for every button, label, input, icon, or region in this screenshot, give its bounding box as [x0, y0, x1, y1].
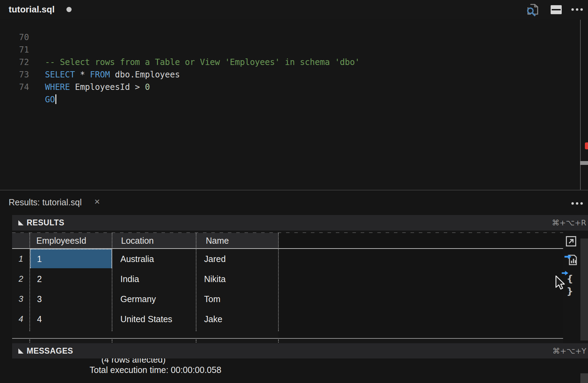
column-separator[interactable] — [196, 233, 196, 331]
row-number[interactable]: 4 — [12, 309, 30, 329]
grid-scrollbar[interactable] — [580, 239, 588, 340]
line-number: 74 — [0, 81, 29, 93]
cell-name[interactable]: Tom — [204, 289, 220, 309]
editor-scrollbar-handle[interactable] — [580, 161, 588, 165]
mouse-cursor — [555, 275, 566, 291]
panel-more-actions-icon[interactable] — [571, 202, 583, 205]
column-separator[interactable] — [112, 233, 112, 331]
cell-location[interactable]: Germany — [120, 289, 156, 309]
code-line-74: 74 GO — [0, 68, 574, 81]
table-row[interactable]: 4 4 United States Jake — [12, 309, 563, 329]
chart-icon — [564, 254, 578, 266]
scrollbar-corner[interactable] — [580, 373, 588, 383]
dot — [580, 8, 583, 11]
messages-shortcut: ⌘+⌥+Y — [552, 343, 586, 359]
split-editor-icon[interactable] — [551, 5, 562, 14]
selected-cell[interactable] — [30, 249, 112, 268]
maximize-icon — [565, 235, 577, 247]
row-number[interactable]: 2 — [12, 269, 30, 289]
cell-location[interactable]: India — [120, 269, 139, 289]
cell-employeesid[interactable]: 1 — [37, 249, 42, 269]
messages-section-label: MESSAGES — [27, 343, 73, 359]
code-line-73: 73 WHERE EmployeesId > 0 — [0, 56, 574, 68]
overview-ruler-marker — [585, 142, 588, 149]
file-tab-title[interactable]: tutorial.sql — [9, 0, 55, 19]
cell-name[interactable]: Nikita — [204, 269, 226, 289]
editor-code-area[interactable]: 70 71 -- Select rows from a Table or Vie… — [0, 19, 574, 189]
dot — [571, 8, 574, 11]
code-line-71: 71 -- Select rows from a Table or View '… — [0, 31, 574, 44]
row-number[interactable]: 3 — [12, 289, 30, 309]
cell-name[interactable]: Jake — [204, 309, 222, 329]
table-row[interactable]: 3 3 Germany Tom — [12, 289, 563, 309]
column-separator[interactable] — [29, 233, 30, 331]
results-section-header[interactable]: RESULTS ⌘+⌥+R — [12, 215, 588, 231]
sql-keyword: GO — [45, 95, 55, 104]
more-actions-icon[interactable] — [571, 8, 583, 11]
json-braces-icon: { } — [567, 272, 580, 297]
column-separator[interactable] — [278, 233, 279, 331]
collapse-triangle-icon[interactable] — [18, 348, 24, 354]
table-row[interactable]: 2 2 India Nikita — [12, 269, 563, 289]
dot — [580, 202, 583, 205]
editor-tab-bar: tutorial.sql — [0, 0, 588, 19]
results-section-label: RESULTS — [27, 215, 64, 231]
column-header-employeesid[interactable]: EmployeesId — [36, 233, 86, 248]
open-preview-icon[interactable] — [524, 3, 540, 17]
dot — [571, 202, 574, 205]
execution-time-message: Total execution time: 00:00:00.058 — [90, 365, 221, 375]
code-line-70: 70 — [0, 19, 574, 31]
cell-name[interactable]: Jared — [204, 249, 226, 269]
maximize-grid-button[interactable] — [565, 235, 577, 249]
cell-employeesid[interactable]: 4 — [37, 309, 42, 329]
results-grid: EmployeesId Location Name 1 1 Australia … — [12, 232, 563, 345]
close-icon[interactable]: ✕ — [94, 198, 100, 206]
results-tab[interactable]: Results: tutorial.sql — [9, 197, 82, 207]
cell-employeesid[interactable]: 3 — [37, 289, 42, 309]
row-number[interactable]: 1 — [12, 249, 30, 269]
collapse-triangle-icon[interactable] — [18, 220, 24, 225]
split-divider — [552, 9, 561, 10]
messages-section-header[interactable]: MESSAGES ⌘+⌥+Y — [12, 343, 588, 358]
cell-location[interactable]: Australia — [120, 249, 154, 269]
column-header-location[interactable]: Location — [121, 233, 154, 248]
sql-keyword: WHERE — [45, 82, 70, 92]
file-search-icon — [525, 3, 540, 17]
text-cursor-caret — [55, 94, 56, 104]
app-window: tutorial.sql 70 71 -- Select rows from a… — [0, 0, 588, 383]
column-header-name[interactable]: Name — [206, 233, 229, 248]
code-line-72: 72 SELECT * FROM dbo.Employees — [0, 44, 574, 56]
table-row[interactable]: 1 1 Australia Jared — [12, 249, 563, 269]
cell-employeesid[interactable]: 2 — [37, 269, 42, 289]
sql-text: EmployeesId > — [70, 82, 145, 92]
grid-bottom-border — [12, 338, 563, 339]
save-as-chart-button[interactable] — [564, 254, 578, 266]
pointer-arrow-icon — [555, 275, 566, 290]
sql-number-literal: 0 — [145, 82, 150, 92]
results-shortcut: ⌘+⌥+R — [552, 215, 586, 231]
dot — [576, 202, 578, 205]
dot — [576, 8, 578, 11]
unsaved-changes-indicator[interactable] — [66, 7, 72, 12]
cell-location[interactable]: United States — [120, 309, 172, 329]
